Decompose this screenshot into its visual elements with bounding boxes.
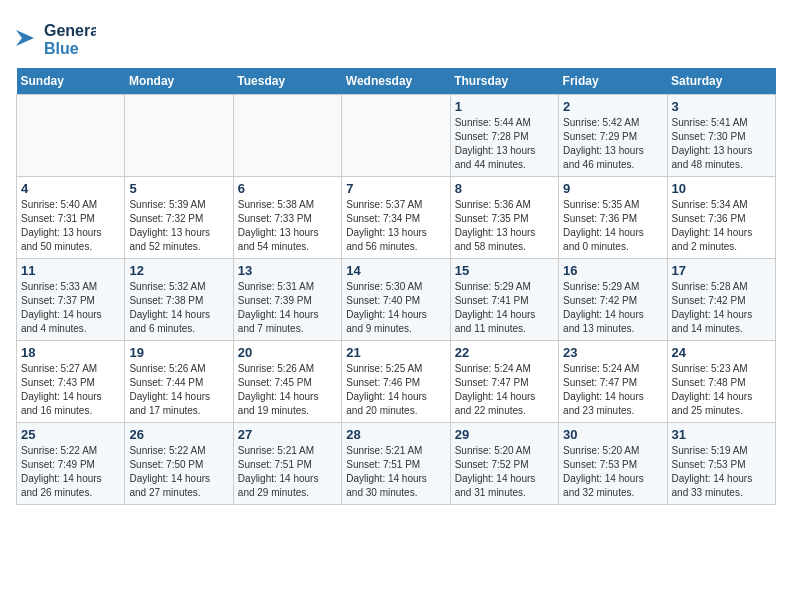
day-info: Sunrise: 5:36 AM Sunset: 7:35 PM Dayligh… bbox=[455, 198, 554, 254]
day-header-wednesday: Wednesday bbox=[342, 68, 450, 95]
day-cell: 22Sunrise: 5:24 AM Sunset: 7:47 PM Dayli… bbox=[450, 341, 558, 423]
day-info: Sunrise: 5:30 AM Sunset: 7:40 PM Dayligh… bbox=[346, 280, 445, 336]
day-info: Sunrise: 5:41 AM Sunset: 7:30 PM Dayligh… bbox=[672, 116, 771, 172]
day-cell: 30Sunrise: 5:20 AM Sunset: 7:53 PM Dayli… bbox=[559, 423, 667, 505]
day-cell bbox=[342, 95, 450, 177]
day-cell bbox=[17, 95, 125, 177]
day-number: 7 bbox=[346, 181, 445, 196]
day-info: Sunrise: 5:34 AM Sunset: 7:36 PM Dayligh… bbox=[672, 198, 771, 254]
day-cell: 2Sunrise: 5:42 AM Sunset: 7:29 PM Daylig… bbox=[559, 95, 667, 177]
day-header-tuesday: Tuesday bbox=[233, 68, 341, 95]
day-cell: 26Sunrise: 5:22 AM Sunset: 7:50 PM Dayli… bbox=[125, 423, 233, 505]
day-info: Sunrise: 5:35 AM Sunset: 7:36 PM Dayligh… bbox=[563, 198, 662, 254]
day-number: 17 bbox=[672, 263, 771, 278]
day-info: Sunrise: 5:23 AM Sunset: 7:48 PM Dayligh… bbox=[672, 362, 771, 418]
day-info: Sunrise: 5:20 AM Sunset: 7:53 PM Dayligh… bbox=[563, 444, 662, 500]
day-info: Sunrise: 5:20 AM Sunset: 7:52 PM Dayligh… bbox=[455, 444, 554, 500]
week-row-1: 1Sunrise: 5:44 AM Sunset: 7:28 PM Daylig… bbox=[17, 95, 776, 177]
day-info: Sunrise: 5:44 AM Sunset: 7:28 PM Dayligh… bbox=[455, 116, 554, 172]
day-header-monday: Monday bbox=[125, 68, 233, 95]
header: GeneralBlue bbox=[16, 16, 776, 60]
day-cell: 9Sunrise: 5:35 AM Sunset: 7:36 PM Daylig… bbox=[559, 177, 667, 259]
day-cell: 8Sunrise: 5:36 AM Sunset: 7:35 PM Daylig… bbox=[450, 177, 558, 259]
day-header-thursday: Thursday bbox=[450, 68, 558, 95]
day-info: Sunrise: 5:24 AM Sunset: 7:47 PM Dayligh… bbox=[455, 362, 554, 418]
day-info: Sunrise: 5:21 AM Sunset: 7:51 PM Dayligh… bbox=[346, 444, 445, 500]
day-number: 8 bbox=[455, 181, 554, 196]
day-number: 15 bbox=[455, 263, 554, 278]
day-number: 13 bbox=[238, 263, 337, 278]
day-info: Sunrise: 5:40 AM Sunset: 7:31 PM Dayligh… bbox=[21, 198, 120, 254]
day-number: 1 bbox=[455, 99, 554, 114]
day-number: 11 bbox=[21, 263, 120, 278]
day-cell: 14Sunrise: 5:30 AM Sunset: 7:40 PM Dayli… bbox=[342, 259, 450, 341]
day-cell: 20Sunrise: 5:26 AM Sunset: 7:45 PM Dayli… bbox=[233, 341, 341, 423]
day-info: Sunrise: 5:29 AM Sunset: 7:41 PM Dayligh… bbox=[455, 280, 554, 336]
day-cell: 21Sunrise: 5:25 AM Sunset: 7:46 PM Dayli… bbox=[342, 341, 450, 423]
day-cell: 17Sunrise: 5:28 AM Sunset: 7:42 PM Dayli… bbox=[667, 259, 775, 341]
day-cell: 25Sunrise: 5:22 AM Sunset: 7:49 PM Dayli… bbox=[17, 423, 125, 505]
day-cell: 3Sunrise: 5:41 AM Sunset: 7:30 PM Daylig… bbox=[667, 95, 775, 177]
day-cell: 18Sunrise: 5:27 AM Sunset: 7:43 PM Dayli… bbox=[17, 341, 125, 423]
day-number: 18 bbox=[21, 345, 120, 360]
svg-marker-0 bbox=[16, 30, 34, 46]
day-cell: 13Sunrise: 5:31 AM Sunset: 7:39 PM Dayli… bbox=[233, 259, 341, 341]
day-header-sunday: Sunday bbox=[17, 68, 125, 95]
day-number: 3 bbox=[672, 99, 771, 114]
day-number: 4 bbox=[21, 181, 120, 196]
day-number: 28 bbox=[346, 427, 445, 442]
day-number: 24 bbox=[672, 345, 771, 360]
day-cell: 6Sunrise: 5:38 AM Sunset: 7:33 PM Daylig… bbox=[233, 177, 341, 259]
day-header-saturday: Saturday bbox=[667, 68, 775, 95]
day-cell: 28Sunrise: 5:21 AM Sunset: 7:51 PM Dayli… bbox=[342, 423, 450, 505]
day-number: 29 bbox=[455, 427, 554, 442]
day-number: 9 bbox=[563, 181, 662, 196]
day-number: 20 bbox=[238, 345, 337, 360]
svg-text:Blue: Blue bbox=[44, 40, 79, 57]
day-cell: 23Sunrise: 5:24 AM Sunset: 7:47 PM Dayli… bbox=[559, 341, 667, 423]
day-info: Sunrise: 5:25 AM Sunset: 7:46 PM Dayligh… bbox=[346, 362, 445, 418]
day-cell: 27Sunrise: 5:21 AM Sunset: 7:51 PM Dayli… bbox=[233, 423, 341, 505]
day-number: 12 bbox=[129, 263, 228, 278]
day-cell: 29Sunrise: 5:20 AM Sunset: 7:52 PM Dayli… bbox=[450, 423, 558, 505]
day-info: Sunrise: 5:38 AM Sunset: 7:33 PM Dayligh… bbox=[238, 198, 337, 254]
day-number: 27 bbox=[238, 427, 337, 442]
day-info: Sunrise: 5:22 AM Sunset: 7:49 PM Dayligh… bbox=[21, 444, 120, 500]
day-info: Sunrise: 5:29 AM Sunset: 7:42 PM Dayligh… bbox=[563, 280, 662, 336]
day-number: 22 bbox=[455, 345, 554, 360]
day-cell: 10Sunrise: 5:34 AM Sunset: 7:36 PM Dayli… bbox=[667, 177, 775, 259]
day-info: Sunrise: 5:24 AM Sunset: 7:47 PM Dayligh… bbox=[563, 362, 662, 418]
day-cell: 7Sunrise: 5:37 AM Sunset: 7:34 PM Daylig… bbox=[342, 177, 450, 259]
day-number: 19 bbox=[129, 345, 228, 360]
day-number: 21 bbox=[346, 345, 445, 360]
week-row-5: 25Sunrise: 5:22 AM Sunset: 7:49 PM Dayli… bbox=[17, 423, 776, 505]
day-info: Sunrise: 5:19 AM Sunset: 7:53 PM Dayligh… bbox=[672, 444, 771, 500]
day-number: 25 bbox=[21, 427, 120, 442]
day-info: Sunrise: 5:31 AM Sunset: 7:39 PM Dayligh… bbox=[238, 280, 337, 336]
day-cell: 15Sunrise: 5:29 AM Sunset: 7:41 PM Dayli… bbox=[450, 259, 558, 341]
day-cell: 24Sunrise: 5:23 AM Sunset: 7:48 PM Dayli… bbox=[667, 341, 775, 423]
day-info: Sunrise: 5:22 AM Sunset: 7:50 PM Dayligh… bbox=[129, 444, 228, 500]
day-info: Sunrise: 5:26 AM Sunset: 7:44 PM Dayligh… bbox=[129, 362, 228, 418]
day-info: Sunrise: 5:32 AM Sunset: 7:38 PM Dayligh… bbox=[129, 280, 228, 336]
week-row-3: 11Sunrise: 5:33 AM Sunset: 7:37 PM Dayli… bbox=[17, 259, 776, 341]
day-cell: 1Sunrise: 5:44 AM Sunset: 7:28 PM Daylig… bbox=[450, 95, 558, 177]
day-info: Sunrise: 5:27 AM Sunset: 7:43 PM Dayligh… bbox=[21, 362, 120, 418]
day-cell: 11Sunrise: 5:33 AM Sunset: 7:37 PM Dayli… bbox=[17, 259, 125, 341]
week-row-2: 4Sunrise: 5:40 AM Sunset: 7:31 PM Daylig… bbox=[17, 177, 776, 259]
day-cell: 4Sunrise: 5:40 AM Sunset: 7:31 PM Daylig… bbox=[17, 177, 125, 259]
header-row: SundayMondayTuesdayWednesdayThursdayFrid… bbox=[17, 68, 776, 95]
day-info: Sunrise: 5:42 AM Sunset: 7:29 PM Dayligh… bbox=[563, 116, 662, 172]
day-number: 6 bbox=[238, 181, 337, 196]
week-row-4: 18Sunrise: 5:27 AM Sunset: 7:43 PM Dayli… bbox=[17, 341, 776, 423]
day-info: Sunrise: 5:33 AM Sunset: 7:37 PM Dayligh… bbox=[21, 280, 120, 336]
day-number: 16 bbox=[563, 263, 662, 278]
day-cell bbox=[233, 95, 341, 177]
svg-text:General: General bbox=[44, 22, 96, 39]
day-info: Sunrise: 5:26 AM Sunset: 7:45 PM Dayligh… bbox=[238, 362, 337, 418]
day-info: Sunrise: 5:28 AM Sunset: 7:42 PM Dayligh… bbox=[672, 280, 771, 336]
day-cell: 16Sunrise: 5:29 AM Sunset: 7:42 PM Dayli… bbox=[559, 259, 667, 341]
day-info: Sunrise: 5:39 AM Sunset: 7:32 PM Dayligh… bbox=[129, 198, 228, 254]
day-cell bbox=[125, 95, 233, 177]
day-number: 31 bbox=[672, 427, 771, 442]
